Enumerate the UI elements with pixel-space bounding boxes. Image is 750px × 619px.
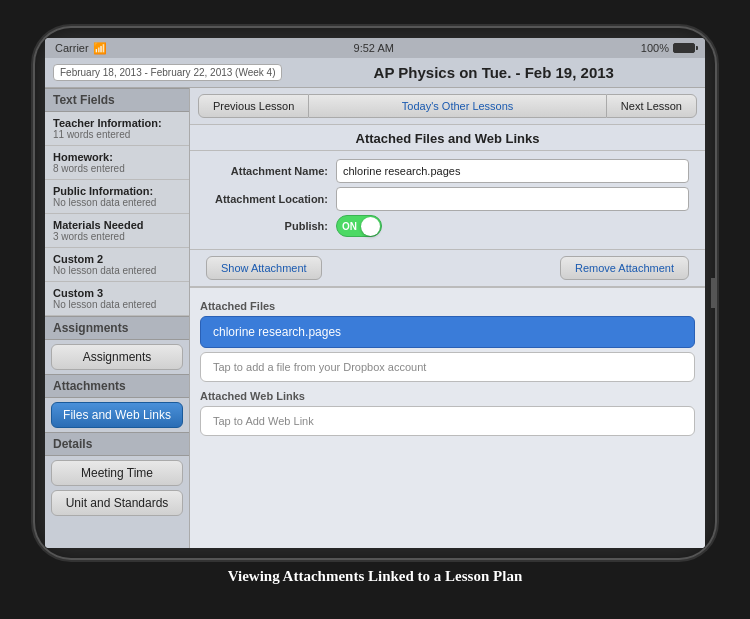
files-area: Attached Files chlorine research.pages T…: [190, 288, 705, 548]
text-fields-header: Text Fields: [45, 88, 189, 112]
add-web-link-item[interactable]: Tap to Add Web Link: [200, 406, 695, 436]
sidebar-item-homework[interactable]: Homework: 8 words entered: [45, 146, 189, 180]
remove-attachment-button[interactable]: Remove Attachment: [560, 256, 689, 280]
status-time: 9:52 AM: [354, 42, 394, 54]
caption: Viewing Attachments Linked to a Lesson P…: [208, 558, 542, 591]
publish-row: Publish: ON: [206, 215, 689, 237]
sidebar-item-custom3[interactable]: Custom 3 No lesson data entered: [45, 282, 189, 316]
sidebar-item-homework-sub: 8 words entered: [53, 163, 181, 174]
action-buttons: Show Attachment Remove Attachment: [190, 250, 705, 288]
publish-label: Publish:: [206, 220, 336, 232]
battery-icon: [673, 43, 695, 53]
main-layout: Text Fields Teacher Information: 11 word…: [45, 88, 705, 548]
carrier-label: Carrier: [55, 42, 89, 54]
status-right: 100%: [641, 42, 695, 54]
attached-files-label: Attached Files: [200, 300, 695, 312]
sidebar-item-teacher[interactable]: Teacher Information: 11 words entered: [45, 112, 189, 146]
sidebar-item-public-title: Public Information:: [53, 185, 181, 197]
nav-buttons: Previous Lesson Today's Other Lessons Ne…: [190, 88, 705, 125]
form-area: Attachment Name: Attachment Location: Pu…: [190, 151, 705, 250]
assignments-button[interactable]: Assignments: [51, 344, 183, 370]
attachment-location-value[interactable]: [336, 187, 689, 211]
add-file-item[interactable]: Tap to add a file from your Dropbox acco…: [200, 352, 695, 382]
sidebar-item-teacher-sub: 11 words entered: [53, 129, 181, 140]
attachment-name-label: Attachment Name:: [206, 165, 336, 177]
attached-web-links-label: Attached Web Links: [200, 390, 695, 402]
sidebar-item-custom3-sub: No lesson data entered: [53, 299, 181, 310]
assignments-header: Assignments: [45, 316, 189, 340]
sidebar-item-homework-title: Homework:: [53, 151, 181, 163]
sidebar: Text Fields Teacher Information: 11 word…: [45, 88, 190, 548]
sidebar-item-custom2-sub: No lesson data entered: [53, 265, 181, 276]
side-button[interactable]: [711, 278, 715, 308]
attachment-location-row: Attachment Location:: [206, 187, 689, 211]
todays-lessons-button[interactable]: Today's Other Lessons: [309, 94, 606, 118]
attachment-location-label: Attachment Location:: [206, 193, 336, 205]
sidebar-item-public[interactable]: Public Information: No lesson data enter…: [45, 180, 189, 214]
prev-lesson-button[interactable]: Previous Lesson: [198, 94, 309, 118]
sidebar-item-teacher-title: Teacher Information:: [53, 117, 181, 129]
attachments-header: Attachments: [45, 374, 189, 398]
details-header: Details: [45, 432, 189, 456]
files-and-web-links-button[interactable]: Files and Web Links: [51, 402, 183, 428]
toggle-thumb: [361, 217, 380, 236]
section-title: Attached Files and Web Links: [190, 125, 705, 151]
attachment-name-row: Attachment Name:: [206, 159, 689, 183]
sidebar-item-materials-sub: 3 words entered: [53, 231, 181, 242]
lesson-title: AP Physics on Tue. - Feb 19, 2013: [290, 64, 697, 81]
toggle-label: ON: [342, 221, 357, 232]
attachment-name-input[interactable]: [336, 159, 689, 183]
selected-file-item[interactable]: chlorine research.pages: [200, 316, 695, 348]
ipad-frame: Carrier 📶 9:52 AM 100% February 18, 2013…: [35, 28, 715, 558]
date-badge: February 18, 2013 - February 22, 2013 (W…: [53, 64, 282, 81]
status-left: Carrier 📶: [55, 42, 107, 55]
sidebar-item-materials[interactable]: Materials Needed 3 words entered: [45, 214, 189, 248]
sidebar-item-custom2[interactable]: Custom 2 No lesson data entered: [45, 248, 189, 282]
title-bar: February 18, 2013 - February 22, 2013 (W…: [45, 58, 705, 88]
device-screen: Carrier 📶 9:52 AM 100% February 18, 2013…: [45, 38, 705, 548]
battery-label: 100%: [641, 42, 669, 54]
unit-and-standards-button[interactable]: Unit and Standards: [51, 490, 183, 516]
sidebar-item-custom2-title: Custom 2: [53, 253, 181, 265]
content-area: Previous Lesson Today's Other Lessons Ne…: [190, 88, 705, 548]
show-attachment-button[interactable]: Show Attachment: [206, 256, 322, 280]
wifi-icon: 📶: [93, 42, 107, 55]
status-bar: Carrier 📶 9:52 AM 100%: [45, 38, 705, 58]
publish-toggle[interactable]: ON: [336, 215, 382, 237]
next-lesson-button[interactable]: Next Lesson: [606, 94, 697, 118]
sidebar-item-public-sub: No lesson data entered: [53, 197, 181, 208]
meeting-time-button[interactable]: Meeting Time: [51, 460, 183, 486]
sidebar-item-materials-title: Materials Needed: [53, 219, 181, 231]
sidebar-item-custom3-title: Custom 3: [53, 287, 181, 299]
